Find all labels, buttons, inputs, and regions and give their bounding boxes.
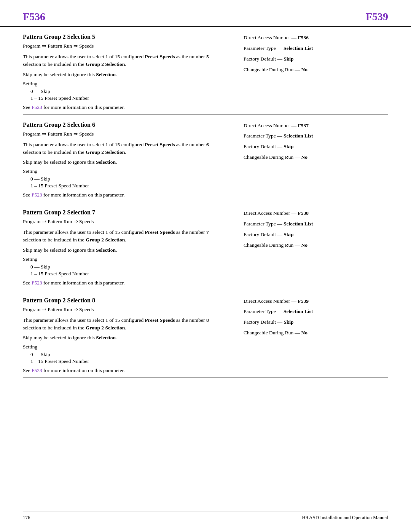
see-note-f537: See F523 for more information on this pa… (23, 192, 225, 198)
right-line: Direct Access Number — F539 (244, 297, 388, 306)
see-note-f539: See F523 for more information on this pa… (23, 367, 225, 374)
breadcrumb-f539: Program ⇒ Pattern Run ⇒ Speeds (23, 306, 225, 313)
page: F536 F539 Pattern Group 2 Selection 5Pro… (0, 0, 411, 532)
breadcrumb-f538: Program ⇒ Pattern Run ⇒ Speeds (23, 218, 225, 225)
parameter-section-f537: Pattern Group 2 Selection 6Program ⇒ Pat… (23, 115, 388, 203)
right-line: Factory Default — Skip (244, 230, 388, 239)
setting-value: 0 — Skip (30, 264, 225, 270)
section-left-f538: Pattern Group 2 Selection 7Program ⇒ Pat… (23, 209, 236, 286)
setting-label-f538: Setting (23, 256, 225, 262)
skip-note-f538: Skip may be selected to ignore this Sele… (23, 247, 225, 253)
description-f536: This parameter allows the user to select… (23, 53, 225, 69)
section-title-f539: Pattern Group 2 Selection 8 (23, 297, 225, 304)
see-link-f536[interactable]: F523 (32, 104, 42, 110)
section-right-f539: Direct Access Number — F539Parameter Typ… (236, 297, 388, 374)
see-link-f539[interactable]: F523 (32, 367, 42, 373)
breadcrumb-f536: Program ⇒ Pattern Run ⇒ Speeds (23, 43, 225, 49)
see-note-f538: See F523 for more information on this pa… (23, 280, 225, 286)
right-line: Parameter Type — Selection List (244, 220, 388, 228)
description-f537: This parameter allows the user to select… (23, 141, 225, 157)
right-line: Factory Default — Skip (244, 318, 388, 327)
footer-title: H9 ASD Installation and Operation Manual (302, 514, 388, 521)
section-right-f537: Direct Access Number — F537Parameter Typ… (236, 121, 388, 198)
description-f539: This parameter allows the user to select… (23, 316, 225, 332)
right-line: Changeable During Run — No (244, 329, 388, 337)
section-title-f536: Pattern Group 2 Selection 5 (23, 34, 225, 40)
section-left-f539: Pattern Group 2 Selection 8Program ⇒ Pat… (23, 297, 236, 374)
section-right-f538: Direct Access Number — F538Parameter Typ… (236, 209, 388, 286)
right-line: Changeable During Run — No (244, 153, 388, 162)
skip-note-f537: Skip may be selected to ignore this Sele… (23, 159, 225, 165)
right-line: Parameter Type — Selection List (244, 44, 388, 53)
header-right-code: F539 (366, 11, 388, 23)
right-line: Factory Default — Skip (244, 55, 388, 64)
setting-value: 0 — Skip (30, 351, 225, 358)
setting-label-f539: Setting (23, 344, 225, 350)
page-header: F536 F539 (0, 0, 411, 27)
parameter-section-f538: Pattern Group 2 Selection 7Program ⇒ Pat… (23, 202, 388, 290)
setting-label-f536: Setting (23, 81, 225, 87)
skip-note-f539: Skip may be selected to ignore this Sele… (23, 335, 225, 341)
section-title-f538: Pattern Group 2 Selection 7 (23, 209, 225, 216)
header-left-code: F536 (23, 11, 45, 23)
setting-label-f537: Setting (23, 168, 225, 174)
setting-value: 0 — Skip (30, 176, 225, 182)
main-content: Pattern Group 2 Selection 5Program ⇒ Pat… (0, 27, 411, 378)
right-line: Changeable During Run — No (244, 66, 388, 74)
description-f538: This parameter allows the user to select… (23, 228, 225, 244)
setting-values-f536: 0 — Skip1 – 15 Preset Speed Number (30, 88, 225, 101)
right-line: Changeable During Run — No (244, 241, 388, 250)
right-line: Direct Access Number — F537 (244, 121, 388, 130)
setting-values-f537: 0 — Skip1 – 15 Preset Speed Number (30, 176, 225, 189)
section-left-f537: Pattern Group 2 Selection 6Program ⇒ Pat… (23, 121, 236, 198)
setting-value: 1 – 15 Preset Speed Number (30, 183, 225, 189)
setting-value: 1 – 15 Preset Speed Number (30, 358, 225, 364)
setting-values-f539: 0 — Skip1 – 15 Preset Speed Number (30, 351, 225, 364)
section-title-f537: Pattern Group 2 Selection 6 (23, 121, 225, 128)
footer-page-number: 176 (23, 514, 30, 521)
section-left-f536: Pattern Group 2 Selection 5Program ⇒ Pat… (23, 34, 236, 110)
right-line: Parameter Type — Selection List (244, 132, 388, 141)
right-line: Direct Access Number — F538 (244, 209, 388, 218)
right-line: Factory Default — Skip (244, 142, 388, 151)
skip-note-f536: Skip may be selected to ignore this Sele… (23, 72, 225, 78)
parameter-section-f536: Pattern Group 2 Selection 5Program ⇒ Pat… (23, 27, 388, 115)
setting-value: 1 – 15 Preset Speed Number (30, 271, 225, 277)
breadcrumb-f537: Program ⇒ Pattern Run ⇒ Speeds (23, 131, 225, 137)
see-link-f537[interactable]: F523 (32, 192, 42, 198)
page-footer: 176 H9 ASD Installation and Operation Ma… (23, 511, 388, 521)
section-right-f536: Direct Access Number — F536Parameter Typ… (236, 34, 388, 110)
setting-value: 0 — Skip (30, 88, 225, 94)
right-line: Parameter Type — Selection List (244, 307, 388, 316)
see-note-f536: See F523 for more information on this pa… (23, 104, 225, 110)
parameter-section-f539: Pattern Group 2 Selection 8Program ⇒ Pat… (23, 290, 388, 378)
setting-values-f538: 0 — Skip1 – 15 Preset Speed Number (30, 264, 225, 277)
setting-value: 1 – 15 Preset Speed Number (30, 95, 225, 101)
see-link-f538[interactable]: F523 (32, 280, 42, 286)
right-line: Direct Access Number — F536 (244, 34, 388, 42)
